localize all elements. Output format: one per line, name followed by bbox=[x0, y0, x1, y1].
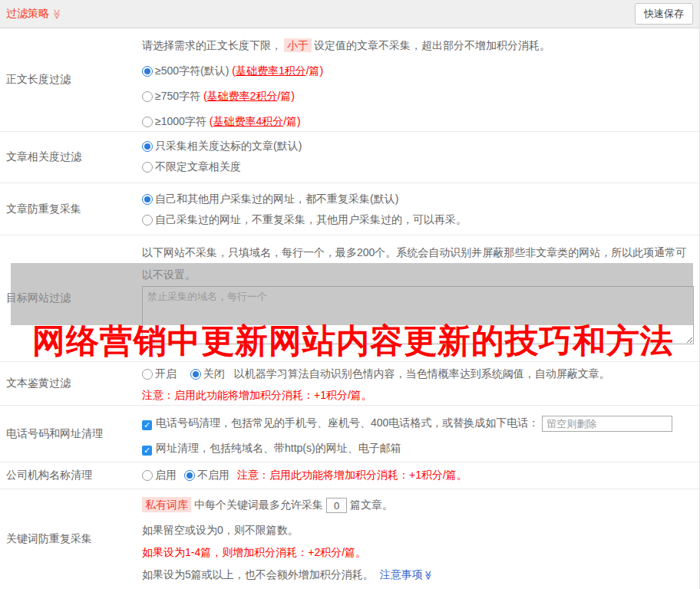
porn-options-line: 开启 关闭 以机器学习算法自动识别色情内容，当色情概率达到系统阈值，自动屏蔽文章… bbox=[142, 366, 699, 381]
porn-description: 以机器学习算法自动识别色情内容，当色情概率达到系统阈值，自动屏蔽文章。 bbox=[234, 367, 610, 380]
keyword-max-input[interactable] bbox=[326, 498, 347, 513]
option-label: 自己和其他用户采集过的网址，都不重复采集(默认) bbox=[155, 192, 398, 205]
target-description: 以下网站不采集，只填域名，每行一个，最多200个。系统会自动识别并屏蔽那些非文章… bbox=[142, 242, 694, 286]
row-content: 以下网站不采集，只填域名，每行一个，最多200个。系统会自动识别并屏蔽那些非文章… bbox=[142, 235, 699, 361]
keyword-rule-5plus-text: 如果设为5篇或以上，也不会额外增加积分消耗。 bbox=[142, 568, 374, 581]
page-title-text: 过滤策略 bbox=[6, 7, 49, 21]
option-fee: (基础费率2积分/篇) bbox=[200, 90, 295, 102]
phone-cleanup-label: 电话号码清理，包括常见的手机号、座机号、400电话格式，或替换成如下电话： bbox=[156, 416, 539, 429]
row-dedup-collection: 文章防重复采集 自己和其他用户采集过的网址，都不重复采集(默认) 自己采集过的网… bbox=[0, 183, 699, 235]
row-content: 只采集相关度达标的文章(默认) 不限定文章相关度 bbox=[142, 132, 699, 183]
option-label: 开启 bbox=[155, 367, 177, 380]
radio-unselected-icon[interactable] bbox=[142, 117, 153, 127]
row-label: 电话号码和网址清理 bbox=[0, 406, 142, 462]
length-option-750[interactable]: ≥750字符 (基础费率2积分/篇) bbox=[142, 88, 699, 104]
page-header: 过滤策略 ≫ 快速保存 bbox=[0, 0, 699, 28]
radio-selected-icon[interactable] bbox=[190, 369, 201, 380]
row-content: 私有词库中每个关键词最多允许采集篇文章。 如果留空或设为0，则不限篇数。 如果设… bbox=[142, 489, 699, 589]
radio-selected-icon[interactable] bbox=[142, 66, 153, 77]
radio-selected-icon[interactable] bbox=[142, 194, 153, 205]
row-label: 文章防重复采集 bbox=[0, 183, 142, 235]
row-relevance-filter: 文章相关度过滤 只采集相关度达标的文章(默认) 不限定文章相关度 bbox=[0, 131, 699, 183]
row-company-name-cleanup: 公司机构名称清理 启用 不启用 注意：启用此功能将增加积分消耗：+1积分/篇。 bbox=[0, 462, 699, 489]
radio-unselected-icon[interactable] bbox=[142, 215, 153, 225]
length-option-1000[interactable]: ≥1000字符 (基础费率4积分/篇) bbox=[142, 114, 699, 129]
page-title[interactable]: 过滤策略 ≫ bbox=[6, 7, 63, 21]
checkbox-checked-icon[interactable]: ✓ bbox=[142, 446, 152, 456]
option-label: ≥1000字符 bbox=[155, 115, 206, 127]
row-label: 关键词防重复采集 bbox=[0, 489, 142, 589]
row-content: 开启 关闭 以机器学习算法自动识别色情内容，当色情概率达到系统阈值，自动屏蔽文章… bbox=[142, 362, 699, 405]
intro-highlight: 小于 bbox=[284, 38, 312, 52]
option-label: ≥750字符 bbox=[155, 90, 200, 102]
url-cleanup-label: 网址清理，包括纯域名、带http(s)的网址、电子邮箱 bbox=[156, 442, 401, 454]
chevron-double-down-icon: ≫ bbox=[51, 8, 63, 19]
url-cleanup-line: ✓网址清理，包括纯域名、带http(s)的网址、电子邮箱 bbox=[142, 440, 699, 456]
intro-post: 设定值的文章不采集，超出部分不增加积分消耗。 bbox=[314, 39, 550, 51]
private-lexicon-link[interactable]: 私有词库 bbox=[142, 497, 191, 512]
option-label: 不限定文章相关度 bbox=[155, 160, 241, 173]
notes-link[interactable]: 注意事项≫ bbox=[380, 568, 434, 581]
radio-selected-icon[interactable] bbox=[142, 141, 153, 152]
length-option-500[interactable]: ≥500字符(默认) (基础费率1积分/篇) bbox=[142, 63, 699, 78]
row-content: 自己和其他用户采集过的网址，都不重复采集(默认) 自己采集过的网址，不重复采集，… bbox=[142, 183, 699, 235]
checkbox-checked-icon[interactable]: ✓ bbox=[142, 420, 152, 430]
option-fee: (基础费率4积分/篇) bbox=[206, 115, 301, 127]
radio-selected-icon[interactable] bbox=[184, 470, 195, 481]
filter-strategy-page: 过滤策略 ≫ 快速保存 正文长度过滤 请选择需求的正文长度下限，小于设定值的文章… bbox=[0, 0, 700, 589]
option-label: 不启用 bbox=[197, 469, 229, 481]
radio-unselected-icon[interactable] bbox=[142, 369, 153, 380]
porn-option-on[interactable]: 开启 bbox=[142, 367, 177, 380]
keyword-rule-1-4: 如果设为1-4篇，则增加积分消耗：+2积分/篇。 bbox=[142, 545, 699, 560]
dedup-option-self-only[interactable]: 自己采集过的网址，不重复采集，其他用户采集过的，可以再采。 bbox=[142, 212, 699, 227]
row-content: 请选择需求的正文长度下限，小于设定值的文章不采集，超出部分不增加积分消耗。 ≥5… bbox=[142, 28, 699, 131]
quick-save-button[interactable]: 快速保存 bbox=[635, 3, 693, 25]
relevance-option-strict[interactable]: 只采集相关度达标的文章(默认) bbox=[142, 138, 699, 153]
phone-cleanup-line: ✓电话号码清理，包括常见的手机号、座机号、400电话格式，或替换成如下电话： bbox=[142, 415, 699, 432]
length-intro: 请选择需求的正文长度下限，小于设定值的文章不采集，超出部分不增加积分消耗。 bbox=[142, 38, 699, 53]
row-label: 公司机构名称清理 bbox=[0, 462, 142, 489]
keyword-rule-5plus: 如果设为5篇或以上，也不会额外增加积分消耗。注意事项≫ bbox=[142, 567, 699, 583]
keyword-limit-pre: 中每个关键词最多允许采集 bbox=[194, 499, 323, 511]
company-note: 注意：启用此功能将增加积分消耗：+1积分/篇。 bbox=[237, 469, 467, 482]
row-phone-url-cleanup: 电话号码和网址清理 ✓电话号码清理，包括常见的手机号、座机号、400电话格式，或… bbox=[0, 405, 699, 462]
phone-replace-input[interactable] bbox=[542, 416, 672, 432]
option-label: ≥500字符(默认) bbox=[155, 64, 229, 77]
row-target-site-filter: 目标网站过滤 以下网站不采集，只填域名，每行一个，最多200个。系统会自动识别并… bbox=[0, 235, 699, 361]
radio-unselected-icon[interactable] bbox=[142, 91, 153, 102]
row-content: 启用 不启用 注意：启用此功能将增加积分消耗：+1积分/篇。 bbox=[142, 462, 699, 489]
option-label: 只采集相关度达标的文章(默认) bbox=[155, 140, 302, 152]
porn-option-off[interactable]: 关闭 bbox=[190, 367, 225, 380]
row-label: 正文长度过滤 bbox=[0, 28, 142, 131]
relevance-option-any[interactable]: 不限定文章相关度 bbox=[142, 159, 699, 174]
porn-note: 注意：启用此功能将增加积分消耗：+1积分/篇。 bbox=[142, 387, 699, 403]
radio-unselected-icon[interactable] bbox=[142, 162, 153, 173]
keyword-rule-zero: 如果留空或设为0，则不限篇数。 bbox=[142, 522, 699, 538]
row-label: 目标网站过滤 bbox=[0, 235, 142, 361]
keyword-limit-post: 篇文章。 bbox=[350, 499, 393, 511]
keyword-limit-line: 私有词库中每个关键词最多允许采集篇文章。 bbox=[142, 497, 699, 513]
chevron-double-down-icon: ≫ bbox=[421, 571, 436, 581]
row-label: 文章相关度过滤 bbox=[0, 132, 142, 183]
company-option-enable[interactable]: 启用 bbox=[142, 469, 177, 482]
option-label: 自己采集过的网址，不重复采集，其他用户采集过的，可以再采。 bbox=[155, 213, 467, 225]
row-label: 文本鉴黄过滤 bbox=[0, 362, 142, 405]
notes-link-label: 注意事项 bbox=[380, 568, 423, 581]
row-content: ✓电话号码清理，包括常见的手机号、座机号、400电话格式，或替换成如下电话： ✓… bbox=[142, 406, 699, 462]
row-porn-filter: 文本鉴黄过滤 开启 关闭 以机器学习算法自动识别色情内容，当色情概率达到系统阈值… bbox=[0, 361, 699, 405]
radio-unselected-icon[interactable] bbox=[142, 470, 153, 481]
option-label: 启用 bbox=[155, 469, 177, 481]
dedup-option-all-users[interactable]: 自己和其他用户采集过的网址，都不重复采集(默认) bbox=[142, 191, 699, 206]
blocked-domains-textarea[interactable] bbox=[142, 286, 694, 344]
company-option-disable[interactable]: 不启用 bbox=[184, 469, 229, 482]
option-label: 关闭 bbox=[203, 367, 225, 380]
option-fee: (基础费率1积分/篇) bbox=[229, 64, 323, 77]
intro-pre: 请选择需求的正文长度下限， bbox=[142, 39, 282, 51]
row-body-length-filter: 正文长度过滤 请选择需求的正文长度下限，小于设定值的文章不采集，超出部分不增加积… bbox=[0, 28, 699, 131]
row-keyword-dedup: 关键词防重复采集 私有词库中每个关键词最多允许采集篇文章。 如果留空或设为0，则… bbox=[0, 489, 699, 589]
